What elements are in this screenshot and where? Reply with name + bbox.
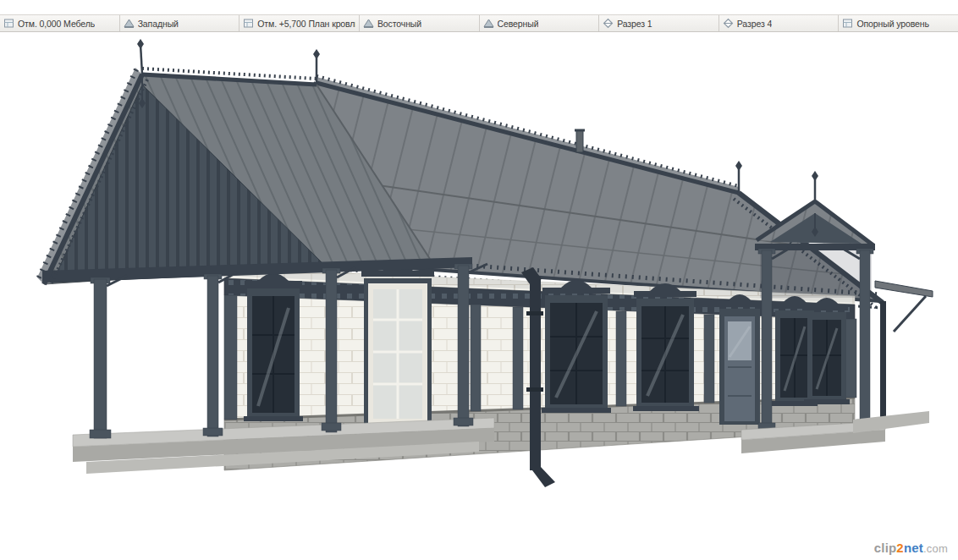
view-tab-label: Западный xyxy=(138,19,179,29)
section-view-icon xyxy=(603,18,614,29)
plan-view-icon xyxy=(243,18,254,29)
view-tab-elevation-east[interactable]: Восточный xyxy=(360,15,480,31)
view-tab-section-1[interactable]: Разрез 1 xyxy=(599,15,719,31)
window-7 xyxy=(804,298,850,404)
downpipe-right xyxy=(880,301,886,420)
view-tab-section-4[interactable]: Разрез 4 xyxy=(719,15,840,31)
french-door xyxy=(361,262,434,430)
view-tab-reference-level[interactable]: Опорный уровень xyxy=(839,15,958,31)
section-view-icon xyxy=(723,18,734,29)
window-1 xyxy=(244,273,303,421)
view-tab-label: Восточный xyxy=(377,19,421,29)
plan-view-icon xyxy=(3,18,14,29)
watermark-text: clip xyxy=(874,541,897,555)
3d-view-canvas[interactable]: clip2net.com xyxy=(0,32,958,560)
window-4 xyxy=(633,283,699,411)
view-tab-label: Отм. +5,700 План кровли xyxy=(257,19,355,29)
view-tab-bar: Отм. 0,000 Мебель Западный Отм. +5,700 П… xyxy=(0,14,958,32)
view-tab-label: Разрез 4 xyxy=(737,19,772,29)
view-tab-roof-plan[interactable]: Отм. +5,700 План кровли xyxy=(240,15,360,31)
view-tab-label: Северный xyxy=(498,19,539,29)
house-3d-render[interactable] xyxy=(0,32,958,560)
view-tab-elevation-west[interactable]: Западный xyxy=(120,15,240,31)
view-tab-plan-furniture[interactable]: Отм. 0,000 Мебель xyxy=(0,15,120,31)
window-top-strip xyxy=(0,0,958,14)
entry-door xyxy=(718,294,762,425)
elevation-view-icon xyxy=(124,18,135,29)
view-tab-label: Опорный уровень xyxy=(856,19,929,29)
view-tab-label: Разрез 1 xyxy=(617,19,652,29)
roof-vent xyxy=(575,130,585,152)
view-tab-elevation-north[interactable]: Северный xyxy=(480,15,600,31)
elevation-view-icon xyxy=(363,18,374,29)
clip2net-watermark: clip2net.com xyxy=(874,541,948,555)
view-tab-label: Отм. 0,000 Мебель xyxy=(18,19,95,29)
window-3 xyxy=(542,280,611,413)
elevation-view-icon xyxy=(483,18,494,29)
plan-view-icon xyxy=(842,18,853,29)
